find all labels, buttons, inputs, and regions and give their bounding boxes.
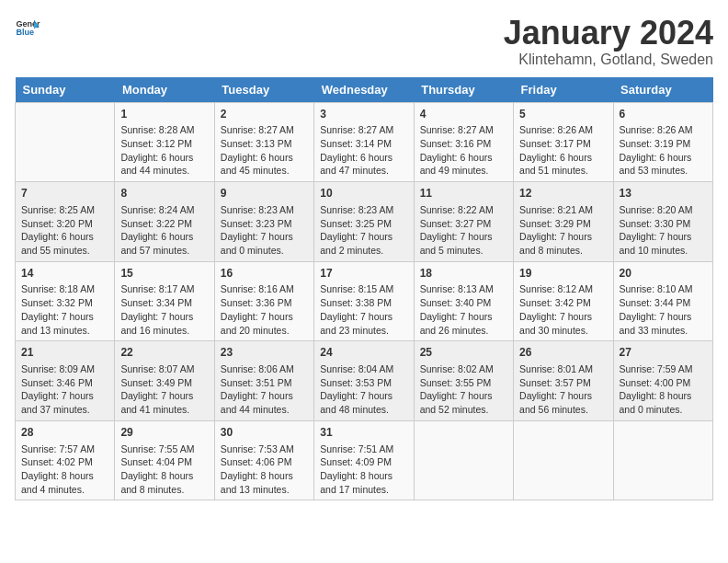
day-info-line: Sunset: 3:46 PM <box>21 376 108 390</box>
day-cell <box>514 420 613 500</box>
day-cell: 14Sunrise: 8:18 AMSunset: 3:32 PMDayligh… <box>16 261 115 341</box>
day-info-line: Daylight: 6 hours <box>519 151 607 165</box>
day-info-line: Daylight: 6 hours <box>320 151 407 165</box>
day-cell: 23Sunrise: 8:06 AMSunset: 3:51 PMDayligh… <box>214 341 313 421</box>
day-info-line: and 30 minutes. <box>519 324 607 338</box>
day-info-line: Daylight: 7 hours <box>21 310 108 324</box>
day-info-line: and 17 minutes. <box>320 483 407 497</box>
day-info-line: Daylight: 7 hours <box>519 310 607 324</box>
day-number: 22 <box>120 345 208 361</box>
day-info-line: Sunrise: 7:57 AM <box>21 442 108 456</box>
day-info-line: Sunrise: 8:23 AM <box>221 203 308 217</box>
day-cell <box>613 420 712 500</box>
day-number: 1 <box>120 107 208 122</box>
day-info-line: Sunset: 3:22 PM <box>120 217 208 231</box>
day-cell <box>414 420 513 500</box>
day-info-line: Sunrise: 7:59 AM <box>620 362 707 376</box>
week-row-3: 14Sunrise: 8:18 AMSunset: 3:32 PMDayligh… <box>16 261 713 341</box>
day-info-line: Sunset: 3:14 PM <box>320 137 407 151</box>
day-info-line: and 49 minutes. <box>420 164 507 178</box>
day-info-line: and 23 minutes. <box>320 324 407 338</box>
day-cell: 25Sunrise: 8:02 AMSunset: 3:55 PMDayligh… <box>414 341 513 421</box>
day-cell: 20Sunrise: 8:10 AMSunset: 3:44 PMDayligh… <box>613 261 712 341</box>
day-number: 21 <box>21 345 108 361</box>
day-info-line: Sunrise: 8:25 AM <box>21 203 108 217</box>
day-number: 27 <box>620 345 707 361</box>
day-info-line: and 8 minutes. <box>519 244 607 258</box>
day-number: 9 <box>221 186 308 201</box>
calendar-header-row: SundayMondayTuesdayWednesdayThursdayFrid… <box>16 77 713 103</box>
day-number: 25 <box>420 345 507 361</box>
day-number: 4 <box>420 107 507 122</box>
day-number: 28 <box>21 425 108 441</box>
day-number: 16 <box>221 266 308 282</box>
day-info-line: Sunset: 3:17 PM <box>519 137 607 151</box>
day-number: 26 <box>519 345 607 361</box>
day-info-line: Sunrise: 7:53 AM <box>221 442 308 456</box>
day-cell: 17Sunrise: 8:15 AMSunset: 3:38 PMDayligh… <box>314 261 414 341</box>
day-info-line: Sunrise: 8:27 AM <box>320 123 407 137</box>
day-info-line: Sunrise: 8:22 AM <box>420 203 507 217</box>
day-info-line: Sunset: 3:25 PM <box>320 217 407 231</box>
day-info-line: Daylight: 7 hours <box>320 389 407 403</box>
logo: General Blue <box>15 15 40 40</box>
day-cell: 12Sunrise: 8:21 AMSunset: 3:29 PMDayligh… <box>514 182 613 262</box>
day-number: 5 <box>519 107 607 122</box>
day-number: 29 <box>120 425 208 441</box>
day-cell: 21Sunrise: 8:09 AMSunset: 3:46 PMDayligh… <box>16 341 115 421</box>
day-info-line: Sunset: 4:02 PM <box>21 455 108 469</box>
logo-icon: General Blue <box>15 15 40 40</box>
day-info-line: Sunrise: 8:26 AM <box>519 123 607 137</box>
day-info-line: Sunset: 3:44 PM <box>620 296 707 310</box>
day-info-line: Daylight: 7 hours <box>320 310 407 324</box>
day-info-line: Daylight: 8 hours <box>221 469 308 483</box>
day-info-line: Sunset: 3:20 PM <box>21 217 108 231</box>
week-row-2: 7Sunrise: 8:25 AMSunset: 3:20 PMDaylight… <box>16 182 713 262</box>
day-info-line: Sunrise: 8:28 AM <box>120 123 208 137</box>
day-info-line: Daylight: 7 hours <box>420 230 507 244</box>
header-wednesday: Wednesday <box>314 77 414 103</box>
day-info-line: and 37 minutes. <box>21 403 108 417</box>
day-info-line: and 0 minutes. <box>221 244 308 258</box>
day-info-line: Daylight: 7 hours <box>120 389 208 403</box>
day-number: 19 <box>519 266 607 282</box>
day-cell: 10Sunrise: 8:23 AMSunset: 3:25 PMDayligh… <box>314 182 414 262</box>
day-cell: 3Sunrise: 8:27 AMSunset: 3:14 PMDaylight… <box>314 102 414 182</box>
header-monday: Monday <box>115 77 214 103</box>
header-friday: Friday <box>514 77 613 103</box>
day-number: 24 <box>320 345 407 361</box>
day-info-line: Daylight: 6 hours <box>620 151 707 165</box>
day-info-line: Sunrise: 8:02 AM <box>420 362 507 376</box>
day-number: 11 <box>420 186 507 201</box>
day-info-line: Sunrise: 8:06 AM <box>221 362 308 376</box>
header-sunday: Sunday <box>16 77 115 103</box>
title-area: January 2024 Klintehamn, Gotland, Sweden <box>504 15 713 68</box>
day-cell: 22Sunrise: 8:07 AMSunset: 3:49 PMDayligh… <box>115 341 214 421</box>
day-number: 14 <box>21 266 108 282</box>
header-thursday: Thursday <box>414 77 513 103</box>
day-cell: 31Sunrise: 7:51 AMSunset: 4:09 PMDayligh… <box>314 420 414 500</box>
day-info-line: Daylight: 8 hours <box>120 469 208 483</box>
day-info-line: Sunset: 3:13 PM <box>221 137 308 151</box>
day-cell: 8Sunrise: 8:24 AMSunset: 3:22 PMDaylight… <box>115 182 214 262</box>
day-info-line: Daylight: 8 hours <box>320 469 407 483</box>
day-info-line: Sunset: 3:34 PM <box>120 296 208 310</box>
day-number: 30 <box>221 425 308 441</box>
calendar-table: SundayMondayTuesdayWednesdayThursdayFrid… <box>15 77 713 501</box>
day-info-line: and 53 minutes. <box>620 164 707 178</box>
week-row-5: 28Sunrise: 7:57 AMSunset: 4:02 PMDayligh… <box>16 420 713 500</box>
day-number: 3 <box>320 107 407 122</box>
day-cell: 18Sunrise: 8:13 AMSunset: 3:40 PMDayligh… <box>414 261 513 341</box>
day-cell: 16Sunrise: 8:16 AMSunset: 3:36 PMDayligh… <box>214 261 313 341</box>
day-number: 10 <box>320 186 407 201</box>
day-info-line: Sunrise: 8:27 AM <box>420 123 507 137</box>
day-info-line: Sunset: 3:23 PM <box>221 217 308 231</box>
day-info-line: Sunset: 3:12 PM <box>120 137 208 151</box>
header: General Blue January 2024 Klintehamn, Go… <box>15 15 713 68</box>
day-info-line: and 45 minutes. <box>221 164 308 178</box>
day-info-line: and 8 minutes. <box>120 483 208 497</box>
day-cell: 1Sunrise: 8:28 AMSunset: 3:12 PMDaylight… <box>115 102 214 182</box>
day-info-line: Sunset: 3:30 PM <box>620 217 707 231</box>
day-info-line: Daylight: 7 hours <box>221 310 308 324</box>
day-info-line: and 4 minutes. <box>21 483 108 497</box>
